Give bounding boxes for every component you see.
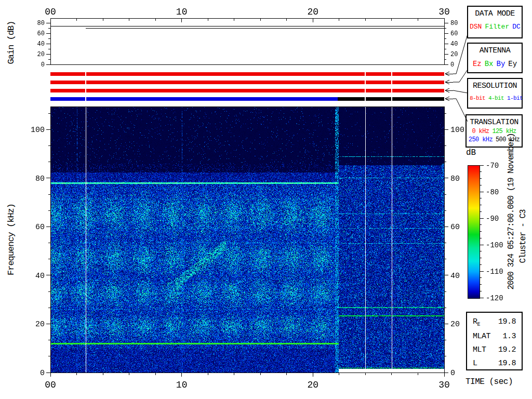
- legend-arrow-head: [445, 74, 449, 76]
- freq-tick-label-left: 60: [35, 223, 45, 232]
- freq-tick-label-left: 0: [40, 369, 45, 378]
- resolution-bar-gap: [85, 88, 86, 93]
- translation-bar-gap: [85, 97, 86, 101]
- legend-connector-2: [453, 90, 468, 93]
- freq-tick-label-left: 20: [35, 320, 45, 329]
- time-bottom-tick-label: 10: [176, 380, 188, 390]
- freq-tick-label-right: 60: [450, 223, 460, 232]
- legend-connector-1: [453, 70, 468, 82]
- legend-arrow-head: [445, 97, 449, 99]
- colorbar-tick-label: -70: [486, 162, 499, 170]
- gain-tick-label-left: 20: [37, 51, 45, 58]
- freq-tick-label-left: 100: [31, 126, 45, 135]
- spectrogram-frame: [50, 107, 444, 373]
- time-bottom-tick-label: 30: [438, 380, 450, 390]
- freq-tick-label-right: 100: [450, 126, 464, 135]
- legend-arrow-head: [445, 72, 449, 74]
- colorbar-tick-label: -120: [486, 294, 503, 302]
- time-bottom-tick-label: 20: [308, 380, 319, 390]
- translation-bar-segment: [338, 97, 444, 101]
- axes-overlay: 0010203000202040406060808000202040406060…: [0, 0, 532, 399]
- resolution-bar-gap: [391, 88, 392, 93]
- time-top-tick-label: 00: [45, 7, 56, 17]
- colorbar-tick-label: -110: [486, 268, 503, 276]
- freq-tick-label-right: 20: [450, 320, 460, 329]
- gain-plot-frame: [50, 18, 444, 64]
- legend-arrow-head: [445, 80, 449, 82]
- legend-arrow-head: [445, 88, 449, 90]
- colorbar-tick-label: -100: [486, 241, 503, 249]
- gain-tick-label-left: 60: [37, 30, 45, 37]
- translation-bar-gap: [365, 97, 366, 101]
- gain-tick-label-right: 60: [450, 30, 458, 37]
- time-bottom-tick-label: 00: [45, 380, 56, 390]
- gain-tick-label-left: 0: [41, 61, 45, 69]
- time-top-tick-label: 20: [308, 7, 319, 17]
- freq-tick-label-right: 0: [450, 369, 455, 378]
- time-top-tick-label: 10: [176, 7, 188, 17]
- antenna-bar-segment: [50, 81, 444, 84]
- antenna-bar-gap: [365, 80, 366, 85]
- colorbar-tick-label: -90: [486, 215, 499, 223]
- gain-tick-label-left: 40: [37, 41, 45, 48]
- antenna-bar-gap: [391, 80, 392, 85]
- legend-arrow-head: [445, 99, 449, 101]
- legend-arrow-head: [445, 90, 449, 92]
- gain-tick-label-right: 0: [450, 61, 454, 69]
- data-mode-bar-segment: [50, 72, 444, 76]
- data-mode-bar-gap: [365, 72, 366, 76]
- colorbar-tick-label: -80: [486, 188, 499, 196]
- time-top-tick-label: 30: [438, 7, 450, 17]
- data-mode-bar-gap: [391, 72, 392, 76]
- resolution-bar-gap: [365, 88, 366, 93]
- gain-tick-label-right: 20: [450, 51, 458, 58]
- antenna-bar-gap: [85, 80, 86, 85]
- gain-tick-label-right: 80: [450, 20, 458, 27]
- gain-tick-label-left: 80: [37, 20, 45, 27]
- freq-tick-label-right: 80: [450, 175, 460, 183]
- gain-tick-label-right: 40: [450, 41, 458, 48]
- legend-connector-3: [453, 99, 468, 122]
- legend-arrow-head: [445, 82, 449, 84]
- freq-tick-label-left: 80: [35, 175, 45, 183]
- wbd-spectrogram-display: Gain (dB) Frequency (kHz) dB DATA MODE D…: [0, 0, 532, 399]
- resolution-bar-segment: [50, 89, 444, 92]
- data-mode-bar-gap: [85, 72, 86, 76]
- translation-bar-segment: [50, 97, 338, 101]
- translation-bar-gap: [391, 97, 392, 101]
- freq-tick-label-right: 40: [450, 272, 460, 281]
- freq-tick-label-left: 40: [35, 272, 45, 281]
